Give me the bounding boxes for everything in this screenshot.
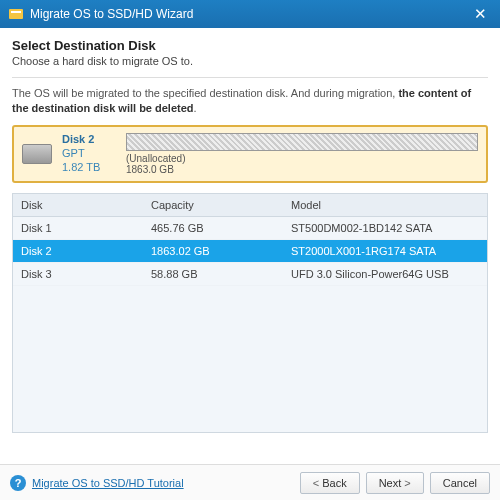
cell-disk: Disk 1 [13,217,143,239]
disk-icon-wrap [22,144,52,164]
cell-capacity: 1863.02 GB [143,240,283,262]
page-heading: Select Destination Disk [12,38,488,53]
cell-capacity: 465.76 GB [143,217,283,239]
back-button[interactable]: Back [300,472,360,494]
page-subheading: Choose a hard disk to migrate OS to. [12,55,488,67]
help-link-wrap: ? Migrate OS to SSD/HD Tutorial [10,475,294,491]
cell-disk: Disk 3 [13,263,143,285]
hard-disk-icon [22,144,52,164]
col-header-disk: Disk [13,194,143,216]
selected-disk-size: 1.82 TB [62,161,116,175]
selected-disk-panel: Disk 2 GPT 1.82 TB (Unallocated) 1863.0 … [12,125,488,183]
selected-disk-type: GPT [62,147,116,161]
footer-bar: ? Migrate OS to SSD/HD Tutorial Back Nex… [0,464,500,500]
title-bar: Migrate OS to SSD/HD Wizard ✕ [0,0,500,28]
close-icon[interactable]: ✕ [468,2,492,26]
cell-disk: Disk 2 [13,240,143,262]
cell-model: ST500DM002-1BD142 SATA [283,217,487,239]
app-logo-icon [8,6,24,22]
cell-capacity: 58.88 GB [143,263,283,285]
col-header-model: Model [283,194,487,216]
table-row[interactable]: Disk 2 1863.02 GB ST2000LX001-1RG174 SAT… [13,240,487,263]
disk-layout-bar-wrap: (Unallocated) 1863.0 GB [126,133,478,175]
cell-model: ST2000LX001-1RG174 SATA [283,240,487,262]
segment-size: 1863.0 GB [126,164,174,175]
divider [12,77,488,78]
help-icon[interactable]: ? [10,475,26,491]
selected-disk-meta: Disk 2 GPT 1.82 TB [62,133,116,174]
svg-rect-0 [9,9,23,19]
table-row[interactable]: Disk 3 58.88 GB UFD 3.0 Silicon-Power64G… [13,263,487,286]
window-title: Migrate OS to SSD/HD Wizard [30,7,468,21]
table-row[interactable]: Disk 1 465.76 GB ST500DM002-1BD142 SATA [13,217,487,240]
disk-table: Disk Capacity Model Disk 1 465.76 GB ST5… [12,193,488,433]
col-header-capacity: Capacity [143,194,283,216]
cancel-button[interactable]: Cancel [430,472,490,494]
tutorial-link[interactable]: Migrate OS to SSD/HD Tutorial [32,477,184,489]
svg-rect-1 [11,11,21,13]
cell-model: UFD 3.0 Silicon-Power64G USB [283,263,487,285]
selected-disk-name: Disk 2 [62,133,116,147]
warning-text: The OS will be migrated to the specified… [12,86,488,117]
disk-layout-bar [126,133,478,151]
disk-layout-labels: (Unallocated) 1863.0 GB [126,153,478,175]
warning-prefix: The OS will be migrated to the specified… [12,87,398,99]
segment-label: (Unallocated) [126,153,185,164]
warning-suffix: . [194,102,197,114]
table-header-row: Disk Capacity Model [13,194,487,217]
next-button[interactable]: Next [366,472,424,494]
content-area: Select Destination Disk Choose a hard di… [0,28,500,464]
